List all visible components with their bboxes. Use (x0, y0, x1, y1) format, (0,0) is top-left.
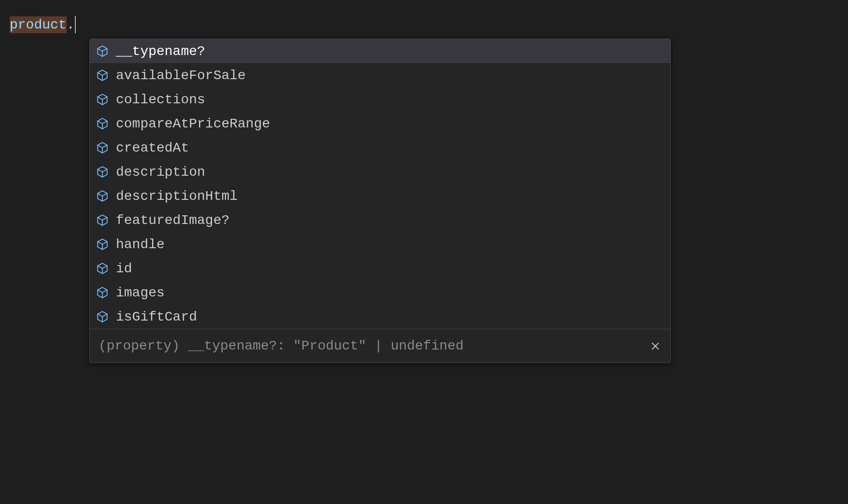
suggest-item-label: compareAtPriceRange (116, 116, 270, 131)
suggest-item[interactable]: availableForSale (90, 63, 670, 87)
suggest-item-label: handle (116, 237, 165, 252)
suggest-item[interactable]: handle (90, 232, 670, 256)
suggest-item-label: isGiftCard (116, 309, 197, 324)
close-icon[interactable] (649, 340, 662, 352)
field-icon (96, 310, 109, 323)
editor-line[interactable]: product. (10, 14, 76, 35)
field-icon (96, 262, 109, 275)
field-icon (96, 117, 109, 130)
text-cursor (75, 16, 76, 33)
suggest-item[interactable]: descriptionHtml (90, 184, 670, 208)
suggest-item[interactable]: description (90, 160, 670, 184)
suggest-item-label: availableForSale (116, 68, 246, 83)
field-icon (96, 286, 109, 299)
suggest-item[interactable]: featuredImage? (90, 208, 670, 232)
suggest-item[interactable]: collections (90, 87, 670, 112)
suggest-item[interactable]: compareAtPriceRange (90, 112, 670, 136)
field-icon (96, 238, 109, 251)
intellisense-suggest-widget: __typename? availableForSale collections… (89, 39, 671, 363)
suggest-details-text: (property) __typename?: "Product" | unde… (99, 338, 464, 353)
suggest-item-label: featuredImage? (116, 213, 229, 228)
field-icon (96, 213, 109, 227)
suggest-item[interactable]: id (90, 256, 670, 280)
suggest-item[interactable]: isGiftCard (90, 305, 670, 329)
field-icon (96, 165, 109, 179)
suggest-item-label: descriptionHtml (116, 189, 238, 204)
suggest-item-label: createdAt (116, 140, 189, 155)
field-icon (96, 141, 109, 154)
suggest-item-label: id (116, 261, 132, 276)
field-icon (96, 93, 109, 106)
suggest-item-label: images (116, 285, 165, 300)
field-icon (96, 69, 109, 82)
suggest-item-label: description (116, 165, 205, 180)
suggest-item-label: collections (116, 92, 205, 107)
suggest-details-panel: (property) __typename?: "Product" | unde… (90, 329, 670, 363)
suggest-list: __typename? availableForSale collections… (90, 39, 670, 329)
suggest-item-label: __typename? (116, 44, 205, 59)
token-variable: product (10, 16, 67, 33)
suggest-item[interactable]: __typename? (90, 39, 670, 63)
field-icon (96, 44, 109, 58)
suggest-item[interactable]: images (90, 280, 670, 305)
token-dot: . (67, 17, 75, 32)
suggest-item[interactable]: createdAt (90, 136, 670, 160)
field-icon (96, 189, 109, 203)
